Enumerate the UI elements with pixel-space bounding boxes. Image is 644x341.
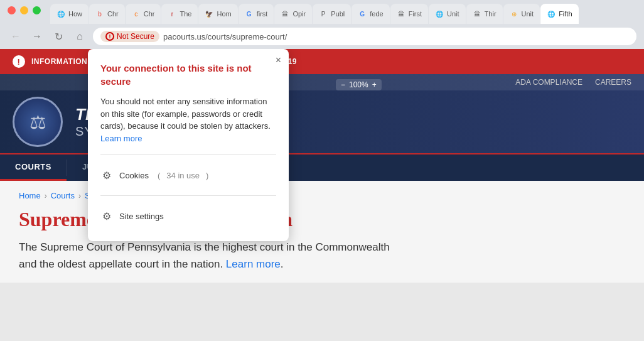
tab-favicon-unit1: 🌐 [435,9,444,18]
tab-label-first2: First [409,10,422,18]
fullscreen-button[interactable] [33,6,41,14]
tab-label-unit1: Unit [447,10,459,18]
tab-label-hom: Hom [217,10,231,18]
tab-chr2[interactable]: c Chr [126,4,161,24]
popup-body: You should not enter any sensitive infor… [100,95,276,144]
page-area: ! INFORMATION ABOUT STATEWIDE COURT RESP… [0,49,644,341]
ada-compliance-link[interactable]: ADA COMPLIANCE [515,78,582,87]
popup-body-text: You should not enter any sensitive infor… [100,97,271,131]
home-button[interactable]: ⌂ [72,28,88,45]
tab-label-unit2: Unit [522,10,534,18]
cookies-count-value: 34 in use [166,171,200,180]
tab-first[interactable]: G first [239,4,274,24]
tab-favicon-hom: 🦅 [205,9,213,18]
popup-cookies-item[interactable]: ⚙ Cookies ( 34 in use ) [100,163,276,188]
breadcrumb-courts[interactable]: Courts [51,191,75,200]
traffic-lights [8,6,41,14]
tab-favicon-publ: P [319,9,328,18]
url-text: pacourts.us/courts/supreme-court/ [163,32,287,41]
tab-label-chr1: Chr [107,10,119,18]
tab-favicon-fede: G [358,9,367,18]
breadcrumb-sep-1: › [45,192,47,200]
refresh-button[interactable]: ↻ [50,28,67,45]
tab-label-thir: Thir [485,10,496,18]
close-button[interactable] [8,6,16,14]
address-bar-row: ← → ↻ ⌂ ! Not Secure pacourts.us/courts/… [0,24,644,49]
cookies-paren-close: ) [206,171,208,180]
cookies-label: Cookies [119,171,149,180]
tab-label-fede: fede [370,10,383,18]
popup-learn-more-link[interactable]: Learn more [100,134,142,143]
tab-label-how: How [68,10,82,18]
tab-unit2[interactable]: ⊕ Unit [503,4,540,24]
popup-close-button[interactable]: × [276,55,281,65]
tab-favicon-unit2: ⊕ [510,9,518,18]
breadcrumb-sep-2: › [78,192,81,200]
tab-favicon-the: r [168,9,176,18]
tab-first2[interactable]: 🏛 First [390,4,428,24]
tab-label-chr2: Chr [144,10,155,18]
tab-hom[interactable]: 🦅 Hom [198,4,237,24]
tab-publ[interactable]: P Publ [313,4,351,24]
tab-favicon-how: 🌐 [56,9,65,18]
forward-button[interactable]: → [29,28,45,45]
cookies-icon: ⚙ [100,169,113,181]
page-description-text: The Supreme Court of Pennsylvania is the… [19,241,390,270]
tab-favicon-first2: 🏛 [397,9,405,18]
tab-label-opir: Opir [292,10,306,18]
minimize-button[interactable] [20,6,28,14]
popup-divider-1 [100,154,276,155]
zoom-decrease[interactable]: − [341,80,345,89]
tab-how[interactable]: 🌐 How [50,4,89,24]
tab-favicon-first: G [245,9,254,18]
site-logo: ⚖ [13,97,63,147]
popup-site-settings-item[interactable]: ⚙ Site settings [100,203,276,229]
warning-icon: ! [105,32,114,41]
tab-thir[interactable]: 🏛 Thir [466,4,503,24]
tab-favicon-opir: 🏛 [281,9,289,18]
tab-favicon-thir: 🏛 [473,9,481,18]
site-settings-icon: ⚙ [100,210,113,222]
site-settings-label: Site settings [119,212,164,221]
tab-favicon-fifth: 🌐 [547,9,555,18]
tab-opir[interactable]: 🏛 Opir [274,4,312,24]
cookies-count: ( [158,171,160,180]
address-bar[interactable]: ! Not Secure pacourts.us/courts/supreme-… [93,28,636,45]
back-button[interactable]: ← [8,28,24,45]
tab-bar: 🌐 How b Chr c Chr r The 🦅 Hom G first 🏛 … [0,0,644,24]
tab-unit1[interactable]: 🌐 Unit [429,4,466,24]
tab-label-publ: Publ [331,10,345,18]
tab-label-fifth: Fifth [559,10,572,18]
not-secure-badge[interactable]: ! Not Secure [100,31,159,42]
tab-label-first: first [257,10,268,18]
zoom-increase[interactable]: + [372,80,377,89]
page-description: The Supreme Court of Pennsylvania is the… [19,239,395,273]
not-secure-label: Not Secure [117,32,154,41]
tab-label-the: The [180,10,191,18]
zoom-level: 100% [349,80,368,89]
nav-courts[interactable]: COURTS [0,154,67,181]
popup-title: Your connection to this site is not secu… [100,62,276,88]
zoom-bar: − 100% + [336,79,382,90]
learn-more-link[interactable]: Learn more [226,258,281,270]
careers-link[interactable]: CAREERS [595,78,631,87]
tab-fifth[interactable]: 🌐 Fifth [540,4,578,24]
tab-chr1[interactable]: b Chr [89,4,125,24]
alert-icon: ! [13,55,25,68]
tab-fede[interactable]: G fede [352,4,389,24]
tab-favicon-chr2: c [132,9,141,18]
tab-the[interactable]: r The [161,4,198,24]
breadcrumb-home[interactable]: Home [19,191,41,200]
popup-divider-2 [100,195,276,196]
security-popup: × Your connection to this site is not se… [88,49,289,241]
tab-favicon-chr1: b [95,9,104,18]
